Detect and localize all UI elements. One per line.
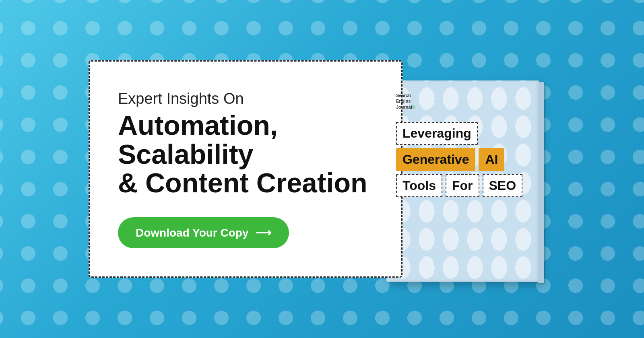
book-container: Search Engine Journal® Leveraging Genera…	[386, 80, 555, 282]
card-title-line2: & Content Creation	[118, 167, 367, 198]
book-content: Search Engine Journal® Leveraging Genera…	[396, 93, 530, 197]
promo-card: Expert Insights On Automation, Scalabili…	[89, 60, 402, 278]
brand-journal: Journal	[396, 105, 412, 109]
card-subtitle: Expert Insights On	[118, 90, 373, 108]
book-title-block: Leveraging Generative AI Tools For SEO	[396, 122, 530, 197]
brand-trademark: ®	[412, 105, 415, 109]
card-title-line1: Automation, Scalability	[118, 110, 278, 169]
download-button-label: Download Your Copy	[136, 227, 249, 239]
book-title-row-1: Leveraging	[396, 122, 530, 145]
book-brand: Search Engine Journal®	[396, 93, 530, 110]
book-word-tools: Tools	[396, 174, 442, 197]
book-cover: Search Engine Journal® Leveraging Genera…	[386, 80, 539, 282]
book-word-for: For	[446, 174, 479, 197]
brand-search: Search	[396, 93, 411, 98]
book-word-seo: SEO	[483, 174, 523, 197]
book-word-leveraging: Leveraging	[396, 122, 478, 145]
book-word-ai: AI	[479, 148, 504, 171]
arrow-icon: ⟶	[255, 226, 271, 239]
brand-engine: Engine	[396, 99, 411, 103]
book-title-row-2: Generative AI	[396, 148, 530, 171]
book-word-generative: Generative	[396, 148, 475, 171]
main-container: Expert Insights On Automation, Scalabili…	[60, 56, 584, 282]
card-title: Automation, Scalability & Content Creati…	[118, 111, 373, 197]
download-button[interactable]: Download Your Copy ⟶	[118, 217, 289, 248]
book-title-row-3: Tools For SEO	[396, 174, 530, 197]
